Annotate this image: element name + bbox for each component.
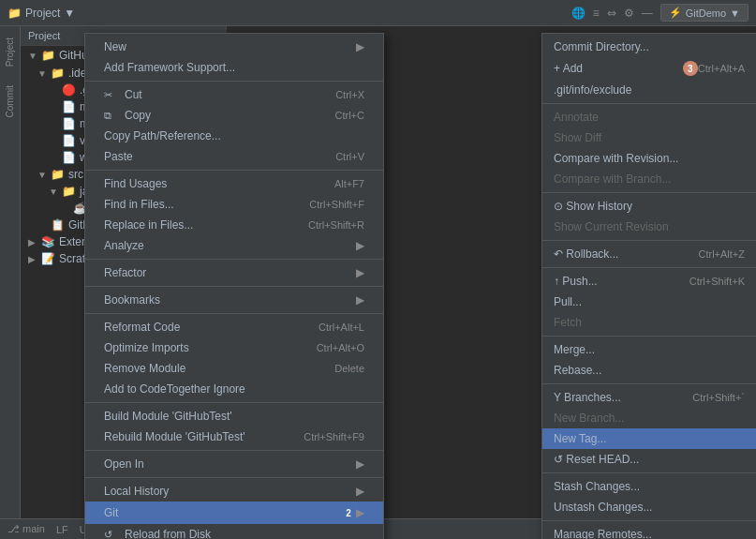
badge-3: 3 — [683, 61, 698, 76]
submenu-current-revision: Show Current Revision — [542, 217, 756, 237]
separator-4 — [85, 286, 383, 287]
menu-open-in[interactable]: Open In ▶ — [85, 454, 383, 474]
submenu-manage-remotes[interactable]: Manage Remotes... — [542, 524, 756, 539]
menu-reformat[interactable]: Reformat Code Ctrl+Alt+L — [85, 317, 383, 337]
menu-add-framework[interactable]: Add Framework Support... — [85, 57, 383, 78]
menu-add-codetogether[interactable]: Add to CodeTogether Ignore — [85, 379, 383, 399]
folder-icon: 📚 — [41, 235, 55, 248]
arrow-icon: ▶ — [28, 254, 37, 264]
menu-cut[interactable]: ✂ Cut Ctrl+X — [85, 84, 383, 105]
submenu-rollback[interactable]: ↶ Rollback... Ctrl+Alt+Z — [542, 244, 756, 264]
folder-icon: 📁 — [62, 185, 76, 198]
menu-reload-disk[interactable]: ↺ Reload from Disk — [85, 524, 383, 539]
submenu-pull[interactable]: Pull... — [542, 292, 756, 312]
submenu-annotate: Annotate — [542, 107, 756, 127]
menu-paste[interactable]: Paste Ctrl+V — [85, 146, 383, 167]
submenu-compare-branch: Compare with Branch... — [542, 169, 756, 189]
arrow-icon: ▼ — [37, 170, 47, 180]
arrow-icon: ▼ — [28, 51, 37, 61]
xml-file-icon: 📄 — [62, 117, 76, 130]
menu-build-module[interactable]: Build Module 'GitHubTest' — [85, 406, 383, 427]
list-icon[interactable]: ≡ — [593, 7, 600, 20]
cut-icon: ✂ — [104, 89, 121, 101]
separator-6 — [85, 402, 383, 403]
submenu-compare-revision[interactable]: Compare with Revision... — [542, 148, 756, 169]
menu-optimize-imports[interactable]: Optimize Imports Ctrl+Alt+O — [85, 337, 383, 358]
submenu-stash[interactable]: Stash Changes... — [542, 476, 756, 497]
submenu-sep-3 — [542, 240, 756, 241]
separator-2 — [85, 170, 383, 171]
submenu-unstash[interactable]: Unstash Changes... — [542, 497, 756, 517]
badge-git: 2 — [341, 505, 356, 520]
sidebar-tab-commit[interactable]: Commit — [3, 82, 17, 121]
folder-icon: 📁 — [51, 168, 65, 181]
submenu-sep-5 — [542, 336, 756, 337]
submenu-sep-8 — [542, 520, 756, 521]
menu-local-history[interactable]: Local History ▶ — [85, 481, 383, 502]
arrow-icon: ▼ — [49, 187, 58, 197]
menu-find-usages[interactable]: Find Usages Alt+F7 — [85, 173, 383, 194]
menu-replace-files[interactable]: Replace in Files... Ctrl+Shift+R — [85, 215, 383, 235]
iml-file-icon: 📋 — [51, 218, 65, 232]
submenu-gitinfo[interactable]: .git/info/exclude — [542, 80, 756, 100]
gitdemo-button[interactable]: ⚡ GitDemo ▼ — [660, 4, 749, 22]
toolbar-project[interactable]: 📁 Project ▼ — [7, 7, 75, 20]
gitdemo-arrow: ▼ — [730, 7, 740, 19]
folder-icon: 📁 — [51, 67, 65, 80]
submenu-commit-dir[interactable]: Commit Directory... — [542, 37, 756, 57]
menu-new[interactable]: New ▶ — [85, 37, 383, 57]
git-file-icon: 🔴 — [62, 83, 76, 97]
dropdown-arrow[interactable]: ▼ — [64, 7, 75, 20]
copy-icon: ⧉ — [104, 110, 121, 122]
folder-icon: 📝 — [41, 252, 55, 265]
submenu-branches[interactable]: Y Branches... Ctrl+Shift+` — [542, 387, 756, 408]
submenu-new-tag[interactable]: New Tag... — [542, 428, 756, 449]
submenu-reset-head[interactable]: ↺ Reset HEAD... — [542, 449, 756, 470]
menu-copy-path[interactable]: Copy Path/Reference... — [85, 126, 383, 146]
git-branch[interactable]: ⎇ main — [7, 523, 45, 535]
separator-1 — [85, 81, 383, 82]
top-toolbar: 📁 Project ▼ 🌐 ≡ ⇔ ⚙ — ⚡ GitDemo ▼ — [0, 0, 756, 26]
menu-find-files[interactable]: Find in Files... Ctrl+Shift+F — [85, 194, 383, 215]
menu-rebuild-module[interactable]: Rebuild Module 'GitHubTest' Ctrl+Shift+F… — [85, 427, 383, 447]
xml-file-icon: 📄 — [62, 100, 76, 113]
context-menu: New ▶ Add Framework Support... ✂ Cut Ctr… — [84, 33, 384, 539]
submenu-sep-2 — [542, 192, 756, 193]
folder-icon: 📁 — [7, 7, 22, 20]
git-icon: ⚡ — [669, 7, 682, 19]
project-label[interactable]: Project — [25, 7, 60, 20]
separator-3 — [85, 259, 383, 260]
minimize-icon[interactable]: — — [642, 7, 653, 20]
menu-analyze[interactable]: Analyze ▶ — [85, 235, 383, 256]
globe-icon[interactable]: 🌐 — [571, 7, 586, 20]
submenu-merge[interactable]: Merge... — [542, 339, 756, 360]
split-icon[interactable]: ⇔ — [607, 7, 616, 20]
submenu-add[interactable]: + Add 3 Ctrl+Alt+A — [542, 57, 756, 80]
menu-copy[interactable]: ⧉ Copy Ctrl+C — [85, 105, 383, 126]
menu-remove-module[interactable]: Remove Module Delete — [85, 358, 383, 379]
sidebar-tab-project[interactable]: Project — [3, 34, 17, 70]
arrow-icon: ▼ — [37, 68, 47, 79]
separator-8 — [85, 477, 383, 478]
submenu-show-diff: Show Diff — [542, 127, 756, 148]
folder-icon: 📁 — [41, 49, 55, 62]
settings-icon[interactable]: ⚙ — [624, 7, 634, 20]
menu-bookmarks[interactable]: Bookmarks ▶ — [85, 290, 383, 310]
left-sidebar: Project Commit — [0, 26, 21, 539]
menu-refactor[interactable]: Refactor ▶ — [85, 262, 383, 283]
submenu-show-history[interactable]: ⊙ Show History — [542, 196, 756, 217]
xml-file-icon: 📄 — [62, 134, 76, 147]
xml-file-icon: 📄 — [62, 151, 76, 164]
menu-git[interactable]: Git 2 ▶ — [85, 502, 383, 524]
separator-5 — [85, 313, 383, 314]
submenu-sep-6 — [542, 383, 756, 384]
submenu-rebase[interactable]: Rebase... — [542, 360, 756, 381]
tree-label: src — [68, 168, 83, 181]
submenu-git: Commit Directory... + Add 3 Ctrl+Alt+A .… — [541, 33, 756, 539]
submenu-fetch: Fetch — [542, 312, 756, 333]
submenu-push[interactable]: ↑ Push... Ctrl+Shift+K — [542, 271, 756, 292]
arrow-icon: ▶ — [28, 237, 37, 247]
submenu-sep-1 — [542, 103, 756, 104]
reload-icon: ↺ — [104, 529, 121, 540]
gitdemo-label: GitDemo — [686, 7, 726, 19]
